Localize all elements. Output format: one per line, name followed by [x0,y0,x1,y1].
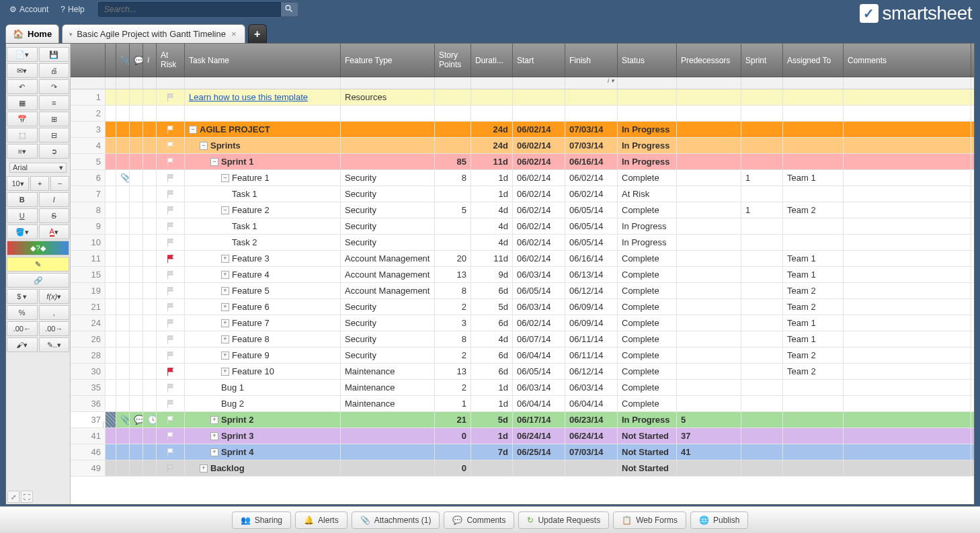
cell-comments[interactable] [844,251,971,266]
cell-start[interactable]: 06/02/14 [513,218,565,234]
footer-alerts[interactable]: 🔔Alerts [295,511,348,529]
col-status[interactable]: Status [618,44,677,77]
cell-task[interactable]: −Feature 2 [185,202,341,218]
cell-start[interactable]: 06/02/14 [513,315,565,331]
footer-comments[interactable]: 💬Comments [444,511,514,529]
cell-sp[interactable]: 21 [435,412,471,427]
cell-sel[interactable] [106,299,116,315]
cell-status[interactable]: Not Started [618,460,677,476]
cell-attach[interactable]: 📎 [116,170,130,186]
expand-icon[interactable]: + [221,335,229,343]
cell-sel[interactable] [106,138,116,153]
cell-start[interactable]: 06/04/14 [513,347,565,363]
cell-pred[interactable] [677,347,741,363]
cell-rownum[interactable]: 4 [71,138,106,153]
cell-comments[interactable] [844,170,971,186]
cell-sp[interactable]: 2 [435,299,471,315]
cell-sprint[interactable] [741,154,783,169]
cell-sp[interactable] [435,106,471,121]
cell-info[interactable] [143,380,157,395]
cell-attach[interactable] [116,138,130,153]
cell-attach[interactable] [116,347,130,363]
cell-task[interactable]: +Feature 3 [185,251,341,266]
cell-start[interactable]: 06/03/14 [513,267,565,282]
expand-icon[interactable]: + [210,448,218,456]
table-row[interactable]: 24+Feature 7Security36d06/02/1406/09/14C… [71,315,974,331]
cell-status[interactable]: Complete [618,267,677,282]
cell-atrisk[interactable] [157,460,185,476]
cell-rownum[interactable]: 11 [71,251,106,266]
table-row[interactable]: 5−Sprint 18511d06/02/1406/16/14In Progre… [71,154,974,170]
cell-task[interactable]: +Feature 9 [185,347,341,363]
filter-info[interactable] [143,77,157,89]
footer-publish[interactable]: 🌐Publish [690,511,748,529]
cell-disc[interactable] [130,235,143,250]
cell-sp[interactable]: 8 [435,170,471,186]
cell-sprint[interactable] [741,235,783,250]
flag-icon[interactable] [166,286,175,296]
cell-atrisk[interactable] [157,428,185,444]
cell-status[interactable]: Complete [618,396,677,411]
flag-icon[interactable] [166,157,175,167]
expand-icon[interactable]: − [200,142,208,150]
cell-sp[interactable]: 3 [435,315,471,331]
cell-ftype[interactable]: Account Management [341,251,435,266]
table-row[interactable]: 1Learn how to use this templateResources [71,89,974,106]
cell-start[interactable]: 06/04/14 [513,396,565,411]
table-row[interactable]: 49+Backlog0Not Started [71,460,974,477]
expand-icon[interactable]: − [189,126,197,134]
cell-disc[interactable] [130,331,143,347]
cell-ftype[interactable]: Security [341,235,435,250]
cell-sel[interactable] [106,89,116,105]
cell-sel[interactable] [106,315,116,331]
cell-status[interactable]: Complete [618,251,677,266]
cell-atrisk[interactable] [157,267,185,282]
table-row[interactable]: 7Task 1Security1d06/02/1406/02/14At Risk [71,186,974,202]
flag-icon[interactable] [166,238,175,247]
cell-pred[interactable] [677,170,741,186]
cell-sel[interactable] [106,202,116,218]
tb-gantt[interactable]: ≡ [39,95,70,110]
cell-rownum[interactable]: 10 [71,235,106,250]
cell-dur[interactable]: 1d [471,396,513,411]
cell-disc[interactable] [130,396,143,411]
account-link[interactable]: ⚙ Account [9,5,48,14]
cell-sprint[interactable] [741,299,783,315]
cell-sel[interactable] [106,412,116,427]
table-row[interactable]: 37📎💬🕓+Sprint 2215d06/17/1406/23/14In Pro… [71,412,974,428]
font-dec[interactable]: − [50,176,69,191]
cell-info[interactable] [143,444,157,460]
flag-icon[interactable] [166,222,175,231]
expand-icon[interactable]: + [210,432,218,440]
cell-task[interactable]: Task 1 [185,218,341,234]
tb-lock[interactable]: ⊟ [39,128,70,142]
cell-rownum[interactable]: 3 [71,122,106,137]
cell-info[interactable] [143,396,157,411]
cell-task[interactable]: −Feature 1 [185,170,341,186]
cell-start[interactable]: 06/02/14 [513,251,565,266]
cell-sel[interactable] [106,444,116,460]
cell-disc[interactable] [130,347,143,363]
cell-atrisk[interactable] [157,315,185,331]
cell-assign[interactable] [783,235,844,250]
cell-comments[interactable] [844,122,971,137]
col-pred[interactable]: Predecessors [677,44,741,77]
cell-ftype[interactable] [341,412,435,427]
cell-attach[interactable] [116,235,130,250]
tb-condformat[interactable]: ◆?◆ [7,241,69,255]
filter-pred[interactable] [677,77,741,89]
cell-comments[interactable] [844,89,971,105]
cell-sprint[interactable] [741,460,783,476]
cell-info[interactable]: 🕓 [143,412,157,427]
cell-attach[interactable] [116,283,130,298]
table-row[interactable]: 30+Feature 10Maintenance136d06/05/1406/1… [71,364,974,380]
cell-start[interactable]: 06/02/14 [513,170,565,186]
cell-atrisk[interactable] [157,186,185,202]
cell-dur[interactable]: 4d [471,331,513,347]
cell-finish[interactable]: 06/11/14 [565,331,618,347]
cell-info[interactable] [143,347,157,363]
cell-ftype[interactable] [341,460,435,476]
cell-atrisk[interactable] [157,380,185,395]
tb-highlight[interactable]: ✎ [7,257,69,272]
cell-atrisk[interactable] [157,202,185,218]
